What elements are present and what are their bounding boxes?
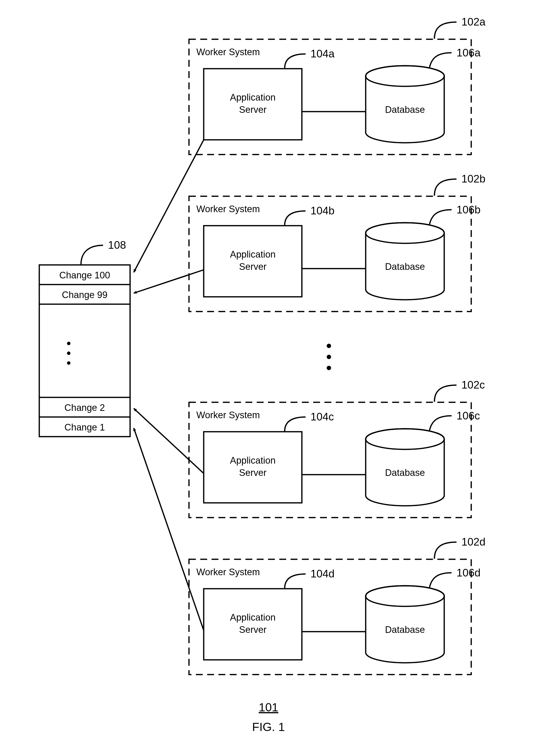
arrow — [134, 270, 204, 293]
ref-label: 106b — [457, 204, 480, 216]
ref-label: 104c — [310, 411, 334, 423]
database-label: Database — [385, 104, 425, 115]
app-server-label: Server — [239, 468, 267, 478]
worker-system: Worker System 102c Application Server 10… — [189, 379, 485, 517]
app-server-label: Server — [239, 261, 267, 272]
worker-system-title: Worker System — [196, 204, 260, 214]
change-row: Change 2 — [64, 402, 105, 413]
database-icon: Database — [366, 223, 444, 300]
ref-label: 102a — [461, 16, 485, 28]
ref-label: 108 — [108, 239, 126, 251]
figure-caption: FIG. 1 — [252, 720, 285, 734]
app-server-label: Application — [230, 92, 276, 102]
app-server-label: Server — [239, 104, 267, 115]
worker-system: Worker System 102b Application Server 10… — [189, 173, 485, 312]
arrow — [134, 140, 204, 272]
arrow — [134, 408, 204, 473]
svg-point-7 — [67, 361, 70, 365]
app-server-label: Application — [230, 455, 276, 466]
ref-label: 106a — [457, 47, 480, 58]
database-icon: Database — [366, 66, 444, 143]
svg-point-5 — [67, 342, 70, 345]
ref-label: 106d — [457, 567, 480, 579]
ellipsis-icon — [327, 344, 331, 370]
ref-label: 106c — [457, 410, 480, 422]
worker-system-title: Worker System — [196, 410, 260, 420]
svg-point-18 — [327, 344, 331, 348]
svg-rect-27 — [204, 589, 302, 660]
database-icon: Database — [366, 429, 444, 506]
svg-point-6 — [67, 352, 70, 355]
ref-label: 102d — [461, 536, 485, 548]
svg-point-19 — [327, 355, 331, 359]
worker-system: Worker System 102a Application Server 10… — [189, 16, 485, 155]
arrow — [134, 428, 204, 630]
figure-number: 101 — [259, 701, 278, 714]
worker-system: Worker System 102d Application Server 10… — [189, 536, 485, 675]
svg-rect-22 — [204, 432, 302, 503]
svg-rect-14 — [204, 226, 302, 297]
svg-rect-9 — [204, 69, 302, 140]
database-label: Database — [385, 468, 425, 478]
app-server-label: Application — [230, 249, 276, 259]
ref-label: 104b — [310, 205, 335, 217]
app-server-label: Application — [230, 612, 276, 623]
svg-point-20 — [327, 366, 331, 370]
change-list: Change 100 Change 99 Change 2 Change 1 1… — [39, 239, 130, 436]
database-icon: Database — [366, 586, 444, 663]
change-row: Change 1 — [64, 422, 105, 433]
ref-label: 104a — [310, 48, 335, 59]
change-row: Change 99 — [62, 290, 107, 300]
worker-system-title: Worker System — [196, 47, 260, 57]
database-label: Database — [385, 261, 425, 272]
ref-label: 102b — [461, 173, 485, 185]
worker-system-title: Worker System — [196, 567, 260, 577]
ref-label: 102c — [461, 379, 485, 391]
change-row: Change 100 — [59, 270, 110, 281]
diagram-canvas: Change 100 Change 99 Change 2 Change 1 1… — [0, 0, 537, 756]
app-server-label: Server — [239, 624, 267, 635]
ref-label: 104d — [310, 568, 335, 580]
database-label: Database — [385, 624, 425, 635]
